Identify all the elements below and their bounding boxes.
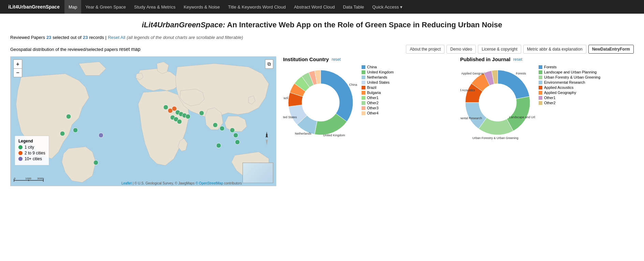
leaflet-link[interactable]: Leaflet	[121, 181, 132, 185]
map-inset-inner	[243, 163, 273, 183]
geo-title-text: Geospatial distribution of the reviewed/…	[10, 47, 118, 52]
journal-chart-title: Published in Journal	[460, 56, 511, 62]
world-map-svg	[11, 57, 276, 186]
svg-text:Environmental Research: Environmental Research	[460, 116, 482, 120]
legend-list-item[interactable]: Other1	[539, 96, 600, 100]
journal-donut-wrapper: ForestsLandscape and Urban PlanningUrban…	[460, 65, 634, 141]
metric-abbr-btn[interactable]: Metric abbr & data explanation	[523, 45, 586, 54]
geo-title: Geospatial distribution of the reviewed/…	[10, 46, 141, 52]
legend-list-item[interactable]: Forests	[539, 65, 600, 69]
legend-list-item[interactable]: United States	[362, 80, 394, 84]
license-btn[interactable]: License & copyright	[478, 45, 521, 54]
institution-donut-wrapper: ChinaUnited KingdomNetherlandsUnited Sta…	[283, 65, 457, 141]
legend-list-item[interactable]: Netherlands	[362, 75, 394, 79]
institution-chart-header: Institution Country reset	[283, 56, 457, 62]
map-layers-btn[interactable]: ⧉	[265, 59, 273, 69]
reviewed-bar: Reviewed Papers 23 selected out of 23 re…	[10, 35, 634, 40]
map-attribution: Leaflet | © U.S. Geological Survey, © Ja…	[121, 181, 242, 185]
institution-legend-list: ChinaUnited KingdomNetherlandsUnited Sta…	[362, 65, 395, 115]
institution-chart-panel: Institution Country reset ChinaUnited Ki…	[283, 56, 457, 141]
legend-list-item[interactable]: Landscape and Urban Planning	[539, 70, 600, 74]
reset-all-link[interactable]: Reset All	[108, 35, 125, 40]
legend-label-2: 2 to 9 cities	[25, 151, 45, 155]
separator: |	[105, 35, 106, 40]
nav-item-data-table[interactable]: Data Table	[339, 0, 368, 14]
nav-item-title-cloud[interactable]: Title & Keywords Word Cloud	[224, 0, 290, 14]
legend-list-item[interactable]: Applied Acoustics	[539, 85, 600, 90]
legend-list-item[interactable]: Environmental Research	[539, 80, 600, 84]
zoom-in-btn[interactable]: +	[13, 59, 22, 68]
legend-list-item[interactable]: Urban Forestry & Urban Greening	[539, 75, 600, 79]
svg-text:United Kingdom: United Kingdom	[323, 134, 345, 137]
svg-text:Landscape and Urban Planning: Landscape and Urban Planning	[509, 115, 535, 119]
journal-chart-header: Published in Journal reset	[460, 56, 634, 62]
legend-item-1: 1 city	[18, 145, 45, 150]
legend-list-item[interactable]: Applied Geography	[539, 91, 600, 95]
selected-count: 23	[46, 35, 51, 40]
nav-item-map[interactable]: Map	[64, 0, 81, 14]
svg-text:Applied Acoustics: Applied Acoustics	[460, 88, 475, 92]
svg-text:Forests: Forests	[516, 72, 526, 75]
institution-chart-reset[interactable]: reset	[332, 57, 341, 62]
nav-item-quick-access[interactable]: Quick Access ▾	[368, 0, 407, 14]
legend-label-1: 1 city	[25, 145, 34, 150]
svg-text:Brazil: Brazil	[283, 96, 288, 100]
map-charts-row: + − ⧉ N Legend 1 city	[10, 56, 634, 186]
jawg-text: © JawgMaps	[175, 181, 194, 185]
demo-video-btn[interactable]: Demo video	[447, 45, 476, 54]
title-rest: An Interactive Web App on the Role of Gr…	[225, 20, 502, 29]
institution-donut-svg: ChinaUnited KingdomNetherlandsUnited Sta…	[283, 65, 358, 141]
action-buttons: About the project Demo video License & c…	[406, 45, 634, 54]
legend-list-item[interactable]: Other3	[362, 106, 394, 110]
map-legend: Legend 1 city 2 to 9 cities 10+ cities	[15, 136, 49, 165]
legend-item-2: 2 to 9 cities	[18, 151, 45, 155]
legend-list-item[interactable]: Other2	[362, 101, 394, 105]
reset-map-link[interactable]: reset map	[119, 46, 140, 52]
journal-chart-reset[interactable]: reset	[513, 57, 523, 62]
legend-list-item[interactable]: China	[362, 65, 394, 69]
nav-item-keywords[interactable]: Keywords & Noise	[179, 0, 224, 14]
zoom-out-btn[interactable]: −	[13, 68, 22, 77]
title-italic: iLit4UrbanGreenSpace:	[142, 20, 225, 29]
legend-list-item[interactable]: Bulgaria	[362, 91, 394, 95]
reviewed-label: Reviewed Papers	[10, 35, 45, 40]
institution-chart-title: Institution Country	[283, 56, 329, 62]
osm-link[interactable]: © OpenStreetMap	[195, 181, 223, 185]
journal-chart-panel: Published in Journal reset ForestsLandsc…	[460, 56, 634, 141]
map-zoom-controls: + −	[13, 59, 22, 77]
legend-list-item[interactable]: Other1	[362, 96, 394, 100]
map-container[interactable]: + − ⧉ N Legend 1 city	[10, 56, 276, 186]
nav-item-study[interactable]: Study Area & Metrics	[130, 0, 179, 14]
records-text: records	[89, 35, 104, 40]
svg-marker-24	[266, 139, 268, 146]
legend-list-item[interactable]: Other2	[539, 101, 600, 105]
total-count: 23	[83, 35, 88, 40]
legend-dot-2	[18, 151, 23, 155]
journal-legend-list: ForestsLandscape and Urban PlanningUrban…	[539, 65, 602, 105]
contributors-text: contributors	[224, 181, 242, 185]
legend-dot-1	[18, 145, 23, 149]
nav-item-abstract-cloud[interactable]: Abstract Word Cloud	[290, 0, 339, 14]
legend-list-item[interactable]: United Kingdom	[362, 70, 394, 74]
svg-text:Netherlands: Netherlands	[295, 132, 311, 135]
about-project-btn[interactable]: About the project	[406, 45, 444, 54]
svg-text:China: China	[349, 83, 357, 86]
nav-brand[interactable]: iLit4UrbanGreenSpace	[3, 4, 64, 10]
svg-text:Urban Forestry & Urban Greenin: Urban Forestry & Urban Greening	[472, 136, 518, 140]
legend-title: Legend	[18, 139, 45, 143]
journal-donut-svg: ForestsLandscape and Urban PlanningUrban…	[460, 65, 535, 141]
geo-header: Geospatial distribution of the reviewed/…	[10, 45, 634, 54]
legend-dot-3	[18, 157, 23, 161]
new-data-entry-btn[interactable]: NewDataEntryForm	[588, 45, 634, 54]
svg-text:3000mi: 3000mi	[37, 177, 44, 180]
svg-text:N: N	[266, 134, 267, 136]
selected-text: selected out of	[53, 35, 82, 40]
svg-text:United States: United States	[283, 115, 297, 119]
map-compass: N	[262, 131, 272, 148]
map-inset	[243, 163, 273, 183]
svg-text:0: 0	[14, 177, 16, 180]
legend-list-item[interactable]: Brazil	[362, 85, 394, 90]
nav-item-year[interactable]: Year & Green Space	[81, 0, 130, 14]
legend-list-item[interactable]: Other4	[362, 111, 394, 115]
legend-item-3: 10+ cities	[18, 156, 45, 161]
